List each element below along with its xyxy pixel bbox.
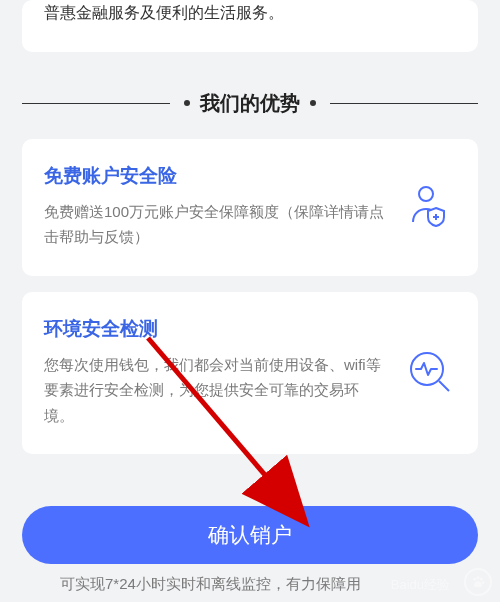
svg-point-8 — [480, 578, 483, 581]
svg-point-6 — [473, 578, 476, 581]
feature-card-account-insurance: 免费账户安全险 免费赠送100万元账户安全保障额度（保障详情请点击帮助与反馈） — [22, 139, 478, 276]
intro-text: 普惠金融服务及便利的生活服务。 — [44, 0, 456, 26]
section-heading: 我们的优势 — [22, 90, 478, 117]
feature-card-env-detection: 环境安全检测 您每次使用钱包，我们都会对当前使用设备、wifi等要素进行安全检测… — [22, 292, 478, 455]
user-shield-icon — [404, 180, 456, 232]
svg-point-0 — [419, 187, 433, 201]
svg-point-7 — [477, 576, 480, 579]
feature-desc: 您每次使用钱包，我们都会对当前使用设备、wifi等要素进行安全检测，为您提供安全… — [44, 352, 388, 429]
feature-desc: 免费赠送100万元账户安全保障额度（保障详情请点击帮助与反馈） — [44, 199, 388, 250]
feature-title: 环境安全检测 — [44, 316, 388, 342]
confirm-button-label: 确认销户 — [208, 521, 292, 549]
section-title-text: 我们的优势 — [200, 90, 300, 117]
intro-card: 普惠金融服务及便利的生活服务。 — [22, 0, 478, 52]
feature-text: 环境安全检测 您每次使用钱包，我们都会对当前使用设备、wifi等要素进行安全检测… — [44, 316, 388, 429]
dot-right — [310, 100, 316, 106]
divider-right — [330, 103, 478, 104]
dot-left — [184, 100, 190, 106]
activity-search-icon — [404, 346, 456, 398]
heading-center: 我们的优势 — [184, 90, 316, 117]
baidu-watermark: Baidu经验 — [464, 568, 492, 596]
watermark-text: Baidu经验 — [391, 576, 450, 594]
confirm-close-account-button[interactable]: 确认销户 — [22, 506, 478, 564]
feature-title: 免费账户安全险 — [44, 163, 388, 189]
svg-point-9 — [482, 581, 485, 584]
svg-line-4 — [439, 381, 449, 391]
paw-icon — [464, 568, 492, 596]
feature-text: 免费账户安全险 免费赠送100万元账户安全保障额度（保障详情请点击帮助与反馈） — [44, 163, 388, 250]
divider-left — [22, 103, 170, 104]
